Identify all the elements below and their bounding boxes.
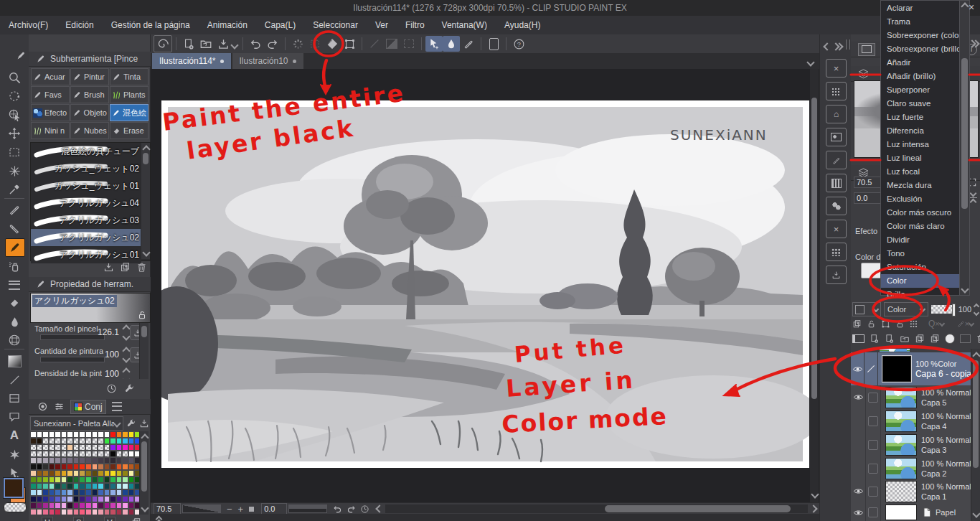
layer-visible-icon[interactable] (851, 352, 864, 385)
color-swatch[interactable] (61, 457, 67, 464)
tool-auto-select[interactable] (5, 162, 24, 179)
color-swatch[interactable] (92, 496, 98, 502)
blend-option-luz-focal[interactable]: Luz focal (881, 165, 960, 179)
color-swatch[interactable] (55, 431, 61, 438)
color-swatch[interactable] (122, 470, 128, 477)
color-swatch[interactable] (92, 470, 98, 477)
color-swatch[interactable] (122, 451, 128, 457)
color-swatch[interactable] (30, 431, 37, 438)
color-swatch[interactable] (104, 496, 110, 502)
palette-set-select[interactable]: Sunexiann - Paleta Allada y Ro (30, 416, 123, 431)
color-swatch[interactable] (49, 464, 55, 470)
color-swatch[interactable] (30, 444, 37, 451)
tool-balloon[interactable] (5, 408, 24, 426)
color-swatch[interactable] (30, 496, 37, 502)
color-swatch[interactable] (55, 457, 61, 464)
layer-hidden-slot[interactable] (851, 456, 866, 480)
color-swatch[interactable] (61, 464, 67, 470)
color-swatch[interactable] (98, 483, 104, 489)
blend-option-brillo[interactable]: Brillo (881, 288, 960, 301)
color-swatch[interactable] (37, 470, 43, 477)
color-swatch[interactable] (116, 502, 123, 509)
layer-visible-icon[interactable] (851, 502, 866, 521)
layer-row-papel[interactable]: Papel (851, 502, 971, 521)
menu-seleccionar[interactable]: Seleccionar (304, 16, 367, 34)
color-swatch[interactable] (122, 457, 128, 464)
color-swatch[interactable] (61, 451, 67, 457)
blend-option-luz-fuerte[interactable]: Luz fuerte (881, 111, 960, 124)
color-swatch[interactable] (37, 502, 43, 509)
reset-all-icon[interactable] (106, 383, 117, 394)
color-swatch[interactable] (128, 483, 135, 489)
create-mask-icon[interactable] (945, 334, 955, 344)
import-subtool-icon[interactable] (103, 262, 114, 273)
color-swatch[interactable] (110, 489, 116, 496)
color-slider-tab-icon[interactable] (54, 401, 65, 412)
color-swatch[interactable] (67, 451, 73, 457)
color-swatch[interactable] (67, 470, 73, 477)
canvas-vscrollbar[interactable] (810, 69, 819, 502)
layer-visible-icon[interactable] (851, 480, 866, 502)
palette-wrench-icon[interactable] (126, 418, 136, 428)
color-swatch[interactable] (122, 496, 128, 502)
color-swatch[interactable] (79, 470, 85, 477)
color-swatch[interactable] (92, 464, 98, 470)
canvas-viewport[interactable]: SUNEXiANN (151, 69, 819, 502)
color-swatch[interactable] (67, 464, 73, 470)
color-swatch[interactable] (61, 509, 67, 515)
color-swatch[interactable] (104, 444, 110, 451)
color-swatch[interactable] (30, 464, 37, 470)
color-swatch[interactable] (85, 464, 92, 470)
layer-visible-icon[interactable] (851, 385, 866, 409)
menu-gestion-pagina[interactable]: Gestión de la página (103, 16, 199, 34)
subtool-group-mezcla-selected[interactable]: 混色絵 (110, 104, 149, 121)
save-icon[interactable] (215, 36, 232, 52)
transfer-layer-icon[interactable] (915, 334, 925, 344)
menu-archivo[interactable]: Archivo(F) (0, 16, 57, 34)
redo-icon[interactable] (264, 36, 281, 52)
color-swatch[interactable] (110, 438, 116, 444)
new-folder-icon[interactable] (900, 334, 910, 344)
brush-item[interactable]: アクリルガッシュ04 (31, 194, 141, 212)
color-swatch[interactable] (61, 489, 67, 496)
layer-thumbnail[interactable] (885, 410, 917, 432)
color-swatch[interactable] (79, 477, 85, 483)
tool-decoration[interactable] (5, 276, 24, 294)
color-swatch[interactable] (122, 509, 128, 515)
rotate-ccw-icon[interactable] (333, 504, 342, 514)
layer-thumbnail[interactable] (885, 387, 917, 408)
tab-ilustracion114[interactable]: Ilustración114* (152, 53, 231, 69)
color-swatch[interactable] (79, 464, 85, 470)
tool-pen[interactable] (5, 201, 24, 218)
color-swatch[interactable] (79, 496, 85, 502)
color-swatch[interactable] (49, 496, 55, 502)
zoom-in-icon[interactable]: + (238, 504, 244, 515)
clip-to-layer-icon[interactable] (852, 319, 862, 329)
color-swatch[interactable] (42, 502, 49, 509)
reference-combo-disabled[interactable]: × (956, 319, 974, 328)
panel-icon-close-x[interactable]: × (826, 59, 847, 78)
lock-pixels-icon[interactable] (895, 319, 905, 329)
tool-figure-grid[interactable] (5, 332, 24, 349)
color-swatch[interactable] (73, 483, 80, 489)
color-swatch[interactable] (110, 496, 116, 502)
tab-ilustracion10[interactable]: Ilustración10 (232, 53, 303, 69)
tool-marquee[interactable] (5, 144, 24, 161)
brush-item[interactable]: ガッシュ_ウェット02 (31, 160, 141, 177)
color-swatch[interactable] (98, 502, 104, 509)
color-swatch[interactable] (92, 457, 98, 464)
color-swatch[interactable] (42, 470, 49, 477)
color-swatch[interactable] (128, 464, 135, 470)
brush-size-slider[interactable] (40, 334, 105, 340)
navigator-zoom-value[interactable]: 70.5 (854, 177, 881, 188)
color-swatch[interactable] (73, 457, 80, 464)
tool-blend[interactable] (5, 313, 24, 330)
color-swatch[interactable] (79, 502, 85, 509)
color-swatch[interactable] (116, 483, 123, 489)
strip-prev-icon[interactable] (824, 42, 830, 52)
color-swatch[interactable] (116, 444, 123, 451)
color-swatch[interactable] (42, 483, 49, 489)
panel-icon-pose[interactable] (826, 197, 847, 215)
color-swatch[interactable] (42, 477, 49, 483)
color-swatch[interactable] (67, 438, 73, 444)
